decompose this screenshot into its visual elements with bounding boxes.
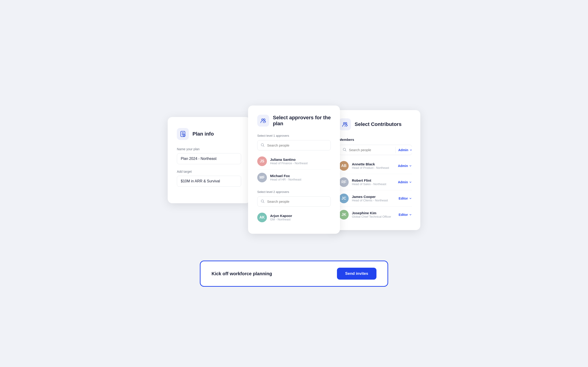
person-juliana-role: Head of Finance - Northeast — [270, 161, 331, 165]
member-annette: AB Annette Black Head of Product - North… — [339, 159, 412, 173]
plan-info-card: Plan info Name your plan Add target — [168, 117, 250, 203]
person-michael: MF Michael Fox Head of HR - Northeast — [257, 170, 331, 185]
avatar-arjun: AK — [257, 213, 267, 222]
member-robert-info: Robert Flint Head of Sales - Northeast — [352, 178, 395, 186]
level1-search-wrap — [257, 140, 331, 150]
contributors-search-wrap: Admin — [339, 145, 412, 155]
contributors-search-icon — [342, 148, 346, 152]
plan-target-group: Add target — [177, 170, 241, 187]
person-juliana-info: Juliana Santino Head of Finance - Northe… — [270, 158, 331, 165]
svg-point-13 — [343, 123, 345, 124]
member-annette-badge[interactable]: Admin — [398, 164, 412, 168]
member-robert: RF Robert Flint Head of Sales - Northeas… — [339, 175, 412, 189]
plan-name-input[interactable] — [177, 153, 241, 164]
plan-info-title: Plan info — [192, 131, 214, 137]
contributors-icon — [339, 118, 351, 130]
contributors-role-badge[interactable]: Admin — [395, 147, 415, 153]
person-arjun-role: GM - Northeast — [270, 218, 331, 221]
member-james-role: Head of Clients - Northeast — [352, 199, 396, 202]
cta-text: Kick off workforce planning — [212, 271, 272, 276]
member-james-info: James Cooper Head of Clients - Northeast — [352, 195, 396, 202]
approvers-title: Select approvers for the plan — [273, 115, 331, 127]
person-arjun-info: Arjun Kapoor GM - Northeast — [270, 214, 331, 221]
member-robert-name: Robert Flint — [352, 178, 395, 182]
member-robert-badge[interactable]: Admin — [398, 180, 412, 184]
member-james-name: James Cooper — [352, 195, 396, 199]
contributors-header: Select Contributors — [339, 118, 412, 130]
person-michael-role: Head of HR - Northeast — [270, 178, 331, 181]
plan-target-input[interactable] — [177, 176, 241, 187]
level1-search-icon — [260, 143, 265, 148]
contributors-search-input[interactable] — [339, 145, 395, 155]
member-annette-role: Head of Product - Northeast — [352, 166, 395, 169]
approvers-icon — [257, 115, 269, 127]
svg-point-8 — [263, 119, 265, 120]
level1-people-list: JS Juliana Santino Head of Finance - Nor… — [257, 154, 331, 185]
contributors-members-list: AB Annette Black Head of Product - North… — [339, 159, 412, 222]
person-michael-info: Michael Fox Head of HR - Northeast — [270, 174, 331, 181]
member-annette-name: Annette Black — [352, 162, 395, 166]
avatar-james: JC — [339, 194, 349, 203]
plan-info-icon — [177, 128, 189, 140]
member-james-badge[interactable]: Editor — [399, 197, 412, 200]
person-arjun-name: Arjun Kapoor — [270, 214, 331, 218]
svg-point-14 — [345, 123, 347, 124]
svg-point-11 — [261, 200, 264, 202]
send-invites-button[interactable]: Send invites — [337, 268, 376, 280]
cta-bar: Kick off workforce planning Send invites — [200, 261, 388, 287]
contributors-card: Select Contributors Members Admin AB Ann… — [331, 110, 420, 230]
svg-line-10 — [263, 146, 264, 147]
person-arjun: AK Arjun Kapoor GM - Northeast — [257, 210, 331, 225]
avatar-michael: MF — [257, 173, 267, 182]
members-label: Members — [339, 138, 412, 142]
member-josephine: JK Josephine Kim Global Chief Technical … — [339, 208, 412, 222]
avatar-josephine: JK — [339, 210, 349, 219]
avatar-annette: AB — [339, 161, 349, 171]
svg-point-9 — [261, 144, 264, 146]
member-josephine-role: Global Chief Technical Officer — [352, 215, 396, 218]
level2-search-icon — [260, 199, 265, 204]
member-james: JC James Cooper Head of Clients - Northe… — [339, 191, 412, 206]
avatar-juliana: JS — [257, 156, 267, 166]
level2-search-input[interactable] — [257, 196, 331, 207]
level2-people-list: AK Arjun Kapoor GM - Northeast — [257, 210, 331, 225]
member-robert-role: Head of Sales - Northeast — [352, 182, 395, 186]
svg-line-12 — [263, 202, 264, 203]
plan-target-label: Add target — [177, 170, 241, 173]
person-juliana-name: Juliana Santino — [270, 158, 331, 161]
level2-label: Select level 2 approvers — [257, 190, 331, 194]
contributors-title: Select Contributors — [355, 121, 401, 127]
svg-point-7 — [262, 119, 263, 120]
svg-line-16 — [345, 150, 346, 151]
member-josephine-badge[interactable]: Editor — [399, 213, 412, 217]
approvers-header: Select approvers for the plan — [257, 115, 331, 127]
svg-point-15 — [343, 148, 346, 151]
level1-search-input[interactable] — [257, 140, 331, 150]
person-juliana: JS Juliana Santino Head of Finance - Nor… — [257, 154, 331, 168]
member-josephine-name: Josephine Kim — [352, 211, 396, 215]
member-josephine-info: Josephine Kim Global Chief Technical Off… — [352, 211, 396, 218]
approvers-card: Select approvers for the plan Select lev… — [248, 106, 340, 234]
member-annette-info: Annette Black Head of Product - Northeas… — [352, 162, 395, 169]
level1-label: Select level 1 approvers — [257, 134, 331, 137]
plan-name-group: Name your plan — [177, 147, 241, 164]
person-michael-name: Michael Fox — [270, 174, 331, 178]
level2-search-wrap — [257, 196, 331, 207]
avatar-robert: RF — [339, 177, 349, 187]
plan-name-label: Name your plan — [177, 147, 241, 151]
plan-info-header: Plan info — [177, 128, 241, 140]
